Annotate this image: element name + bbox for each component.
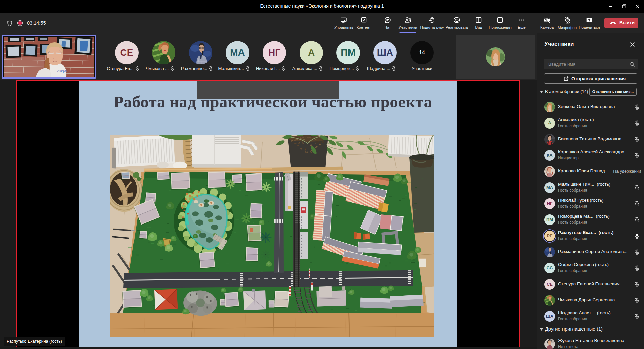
svg-text:озеро: озеро [57,68,68,73]
